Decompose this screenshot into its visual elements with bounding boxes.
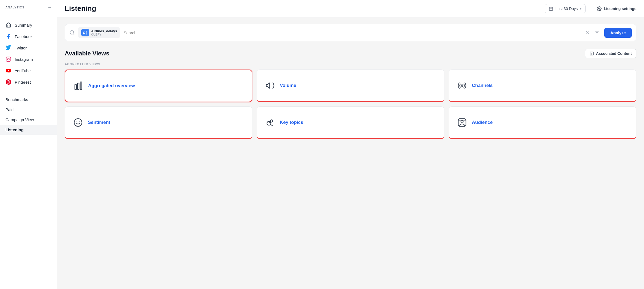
filter-button[interactable] xyxy=(595,30,600,35)
view-card-label: Channels xyxy=(472,83,493,88)
svg-point-24 xyxy=(77,121,77,121)
pinterest-icon xyxy=(5,79,11,85)
audience-icon xyxy=(457,117,467,128)
svg-rect-3 xyxy=(549,7,553,10)
view-card-audience[interactable]: Audience xyxy=(449,106,636,139)
sidebar-item-summary[interactable]: Summary xyxy=(0,19,57,31)
search-bar: Airlines_delays QUERY Analyze xyxy=(65,24,636,41)
sidebar-item-label: Instagram xyxy=(15,57,33,62)
key-topics-icon xyxy=(265,117,275,128)
bar-chart-icon xyxy=(73,80,84,91)
query-type: QUERY xyxy=(91,33,117,36)
svg-rect-0 xyxy=(6,57,11,62)
sidebar-item-instagram[interactable]: Instagram xyxy=(0,54,57,65)
svg-point-31 xyxy=(461,121,463,123)
sidebar-item-label: Campaign View xyxy=(5,117,34,122)
sidebar-item-facebook[interactable]: Facebook xyxy=(0,31,57,42)
svg-point-21 xyxy=(74,119,82,126)
query-name: Airlines_delays xyxy=(91,29,117,33)
twitter-icon xyxy=(5,45,11,51)
content-area: Airlines_delays QUERY Analyze xyxy=(57,17,644,289)
view-card-key-topics[interactable]: Key topics xyxy=(257,106,444,139)
svg-rect-15 xyxy=(590,52,593,55)
svg-rect-17 xyxy=(78,83,79,89)
svg-rect-30 xyxy=(458,119,466,126)
channels-icon xyxy=(457,80,467,91)
sidebar-item-paid[interactable]: Paid xyxy=(0,105,57,115)
view-card-label: Sentiment xyxy=(88,120,110,125)
calendar-icon xyxy=(549,7,553,11)
svg-marker-19 xyxy=(266,83,270,88)
sidebar-item-label: Summary xyxy=(15,23,32,27)
facebook-icon xyxy=(5,33,11,39)
query-tag-icon xyxy=(81,29,89,36)
view-card-aggregated-overview[interactable]: Aggregated overview xyxy=(65,70,252,102)
main-content: Listening Last 30 Days ▾ Listening setti… xyxy=(57,0,644,289)
views-title: Available Views xyxy=(65,50,109,57)
views-header: Available Views Associated Content xyxy=(65,49,636,58)
topbar: Listening Last 30 Days ▾ Listening setti… xyxy=(57,0,644,17)
view-card-label: Aggregated overview xyxy=(88,83,135,89)
svg-point-20 xyxy=(461,85,463,86)
associated-content-label: Associated Content xyxy=(596,51,632,56)
aggregated-views-label: AGGREGATED VIEWS xyxy=(65,62,636,66)
sidebar-item-label: YouTube xyxy=(15,68,31,73)
view-card-label: Audience xyxy=(472,120,493,125)
sidebar-item-label: Listening xyxy=(5,127,24,132)
view-cards-grid: Aggregated overview Volume xyxy=(65,70,636,139)
back-button[interactable]: ← xyxy=(48,5,52,10)
topbar-divider xyxy=(591,4,591,13)
sidebar-item-benchmarks[interactable]: Benchmarks xyxy=(0,95,57,105)
analyze-button[interactable]: Analyze xyxy=(604,28,632,38)
sidebar-item-twitter[interactable]: Twitter xyxy=(0,42,57,54)
sidebar-divider xyxy=(5,91,51,91)
sentiment-icon xyxy=(73,117,83,128)
sidebar-header: ANALYTICS ← xyxy=(0,0,57,15)
app-title: ANALYTICS xyxy=(5,6,24,9)
sidebar: ANALYTICS ← Summary Facebook xyxy=(0,0,57,289)
sidebar-item-label: Facebook xyxy=(15,34,33,39)
svg-rect-16 xyxy=(75,85,76,89)
sidebar-item-label: Paid xyxy=(5,107,14,112)
sidebar-item-campaign-view[interactable]: Campaign View xyxy=(0,115,57,125)
sidebar-item-pinterest[interactable]: Pinterest xyxy=(0,76,57,88)
listening-settings-button[interactable]: Listening settings xyxy=(597,6,636,11)
sidebar-item-listening[interactable]: Listening xyxy=(0,125,57,135)
sidebar-item-label: Benchmarks xyxy=(5,97,28,102)
instagram-icon xyxy=(5,56,11,62)
gear-icon xyxy=(597,6,602,11)
svg-point-25 xyxy=(79,121,79,121)
svg-line-9 xyxy=(73,34,74,35)
query-tag-text-group: Airlines_delays QUERY xyxy=(91,29,117,36)
query-tag[interactable]: Airlines_delays QUERY xyxy=(78,27,120,38)
view-card-volume[interactable]: Volume xyxy=(257,70,444,102)
topbar-right: Last 30 Days ▾ Listening settings xyxy=(545,4,636,13)
svg-rect-18 xyxy=(80,82,82,89)
associated-content-button[interactable]: Associated Content xyxy=(585,49,636,58)
view-card-label: Key topics xyxy=(280,120,303,125)
associated-content-icon xyxy=(590,51,594,56)
view-card-label: Volume xyxy=(280,83,296,88)
date-range-selector[interactable]: Last 30 Days ▾ xyxy=(545,4,586,13)
svg-point-7 xyxy=(599,8,600,9)
sidebar-item-label: Twitter xyxy=(15,46,27,50)
sidebar-item-label: Pinterest xyxy=(15,80,31,84)
volume-icon xyxy=(265,80,275,91)
clear-search-button[interactable] xyxy=(585,30,590,35)
settings-label: Listening settings xyxy=(604,7,636,11)
sidebar-item-youtube[interactable]: YouTube xyxy=(0,65,57,76)
search-icon xyxy=(69,30,75,35)
page-title: Listening xyxy=(65,4,96,13)
home-icon xyxy=(5,22,11,28)
view-card-channels[interactable]: Channels xyxy=(449,70,636,102)
search-input[interactable] xyxy=(123,30,582,35)
view-card-sentiment[interactable]: Sentiment xyxy=(65,106,252,139)
svg-line-28 xyxy=(270,124,272,125)
date-range-label: Last 30 Days xyxy=(555,7,578,11)
sidebar-nav: Summary Facebook Twitter xyxy=(0,15,57,289)
chevron-down-icon: ▾ xyxy=(580,7,581,11)
youtube-icon xyxy=(5,68,11,74)
